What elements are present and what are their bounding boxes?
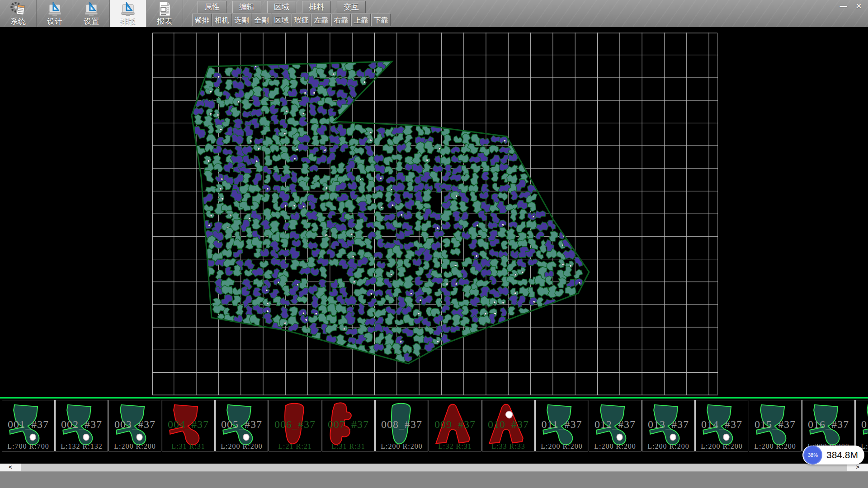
tile-name: 014_#37: [696, 418, 748, 431]
tool-button-snap-right[interactable]: 右靠: [331, 14, 351, 26]
piece-tile[interactable]: 005_#37L:200 R:200: [215, 400, 268, 451]
tool-button-snap-left[interactable]: 左靠: [311, 14, 331, 26]
tile-name: 003_#37: [109, 418, 161, 431]
app-button-label: 排版: [120, 18, 136, 26]
piece-tile[interactable]: 015_#37L:200 R:200: [749, 400, 802, 451]
close-button[interactable]: ✕: [852, 1, 866, 11]
piece-tile[interactable]: 012_#37L:200 R:200: [589, 400, 642, 451]
tile-quantity: L:200 R:200: [642, 442, 694, 450]
piece-tile[interactable]: 013_#37L:200 R:200: [642, 400, 695, 451]
tile-name: 013_#37: [642, 418, 694, 431]
progress-percent-badge: 38%: [803, 446, 822, 465]
piece-tile[interactable]: 017_#37L:200 R:200: [855, 400, 868, 451]
tile-quantity: L:200 R:200: [216, 442, 268, 450]
tile-name: 006_#37: [269, 418, 321, 431]
menu-tab-bar: 属性编辑区域排料交互: [198, 1, 366, 13]
tile-name: 012_#37: [589, 418, 641, 431]
tool-button-camera[interactable]: 相机: [212, 14, 231, 26]
piece-tile[interactable]: 006_#37L:21 R:21: [269, 400, 321, 451]
tile-quantity: L:700 R:700: [2, 442, 54, 450]
tile-name: 011_#37: [536, 418, 588, 431]
minimize-button[interactable]: —: [836, 1, 850, 11]
app-button-layout[interactable]: 排版: [110, 0, 146, 27]
horizontal-scrollbar[interactable]: < >: [0, 464, 868, 471]
tile-quantity: L:200 R:200: [536, 442, 588, 450]
app-launcher-bar: 系统设计设置排版报表: [0, 0, 183, 27]
tile-quantity: L:21 R:21: [269, 442, 321, 450]
strip-top-line: [0, 397, 868, 399]
menu-tab-region[interactable]: 区域: [267, 1, 296, 13]
tile-quantity: L:32 R:31: [429, 442, 481, 450]
tool-button-flaw[interactable]: 瑕疵: [292, 14, 311, 26]
piece-tile-list: 001_#37L:700 R:700002_#37L:132 R:132003_…: [2, 400, 868, 451]
main-toolbar: 系统设计设置排版报表 属性编辑区域排料交互 聚排相机选割全割区域瑕疵左靠右靠上靠…: [0, 0, 868, 28]
app-button-label: 设置: [84, 18, 99, 26]
tile-name: 010_#37: [482, 418, 534, 431]
tile-name: 015_#37: [749, 418, 801, 431]
menu-tab-edit[interactable]: 编辑: [232, 1, 261, 13]
app-button-settings[interactable]: 设置: [73, 0, 110, 27]
menu-tab-nesting[interactable]: 排料: [302, 1, 331, 13]
menu-tab-interact[interactable]: 交互: [337, 1, 366, 13]
tool-button-region[interactable]: 区域: [272, 14, 291, 26]
tile-name: 002_#37: [56, 418, 108, 431]
tool-button-snap-bottom[interactable]: 下靠: [371, 14, 391, 26]
tile-name: 016_#37: [802, 418, 854, 431]
tile-quantity: L:200 R:200: [589, 442, 641, 450]
canvas-area[interactable]: [0, 27, 868, 397]
tile-quantity: L:33 R:33: [482, 442, 534, 450]
gear-notebook-icon: [9, 0, 27, 18]
tile-quantity: L:31 R:31: [322, 442, 374, 450]
piece-tile[interactable]: 014_#37L:200 R:200: [695, 400, 748, 451]
app-button-report[interactable]: 报表: [146, 0, 183, 27]
tile-quantity: L:200 R:200: [696, 442, 748, 450]
progress-percent: 38%: [808, 452, 818, 458]
tile-name: 017_#37: [856, 418, 868, 431]
app-button-label: 报表: [157, 18, 172, 26]
scroll-left-button[interactable]: <: [0, 464, 21, 471]
piece-tile[interactable]: 011_#37L:200 R:200: [535, 400, 588, 451]
piece-tile[interactable]: 007_#37L:31 R:31: [322, 400, 375, 451]
status-bar: [0, 471, 868, 488]
app-button-label: 设计: [47, 18, 62, 26]
tile-quantity: L:31 R:31: [162, 442, 214, 450]
ruler-laptop-icon: [83, 0, 100, 18]
tile-name: 009_#37: [429, 418, 481, 431]
progress-indicator: 38% 384.8M: [802, 446, 864, 465]
tile-quantity: L:200 R:200: [109, 442, 161, 450]
piece-tile[interactable]: 008_#37L:200 R:200: [375, 400, 428, 451]
window-controls: — ✕: [836, 1, 866, 11]
piece-tile[interactable]: 016_#37L:200 R:200: [802, 400, 855, 451]
app-button-system[interactable]: 系统: [0, 0, 37, 27]
tool-button-bar: 聚排相机选割全割区域瑕疵左靠右靠上靠下靠: [192, 14, 391, 26]
tool-button-cluster-nest[interactable]: 聚排: [192, 14, 212, 26]
piece-tile[interactable]: 010_#37L:33 R:33: [482, 400, 535, 451]
piece-tile[interactable]: 003_#37L:200 R:200: [108, 400, 161, 451]
tile-name: 004_#37: [162, 418, 214, 431]
memory-usage-value: 384.8M: [826, 450, 858, 460]
piece-tile[interactable]: 009_#37L:32 R:31: [429, 400, 481, 451]
app-button-design[interactable]: 设计: [37, 0, 73, 27]
menu-tab-properties[interactable]: 属性: [198, 1, 226, 13]
tool-button-snap-top[interactable]: 上靠: [351, 14, 371, 26]
app-button-label: 系统: [10, 18, 26, 26]
app-window: 系统设计设置排版报表 属性编辑区域排料交互 聚排相机选割全割区域瑕疵左靠右靠上靠…: [0, 0, 868, 488]
tile-name: 005_#37: [216, 418, 268, 431]
tool-button-select-cut[interactable]: 选割: [232, 14, 251, 26]
tile-quantity: L:200 R:200: [749, 442, 801, 450]
tool-button-cut-all[interactable]: 全割: [252, 14, 271, 26]
nesting-canvas[interactable]: [152, 33, 718, 395]
scroll-right-button[interactable]: >: [847, 464, 868, 471]
tile-name: 001_#37: [2, 418, 54, 431]
ruler-laptop-icon: [119, 0, 137, 18]
report-doc-icon: [156, 0, 173, 18]
ruler-laptop-icon: [46, 0, 63, 18]
piece-tile[interactable]: 001_#37L:700 R:700: [2, 400, 55, 451]
tile-name: 008_#37: [376, 418, 428, 431]
piece-tile[interactable]: 004_#37L:31 R:31: [162, 400, 215, 451]
piece-tile[interactable]: 002_#37L:132 R:132: [55, 400, 108, 451]
piece-tile-strip: 001_#37L:700 R:700002_#37L:132 R:132003_…: [0, 397, 868, 464]
tile-quantity: L:132 R:132: [56, 442, 108, 450]
tile-quantity: L:200 R:200: [376, 442, 428, 450]
tile-name: 007_#37: [322, 418, 374, 431]
